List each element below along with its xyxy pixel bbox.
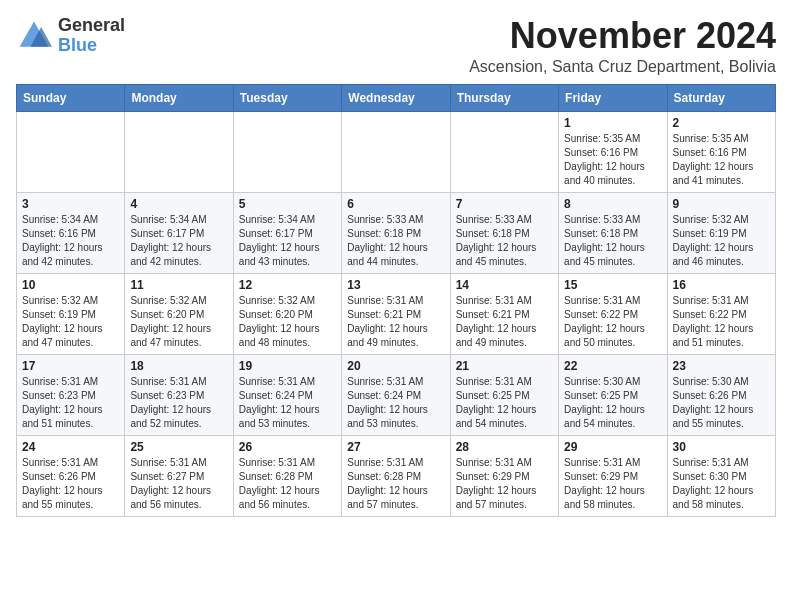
day-info: Sunrise: 5:31 AM Sunset: 6:28 PM Dayligh…	[239, 456, 336, 512]
logo-general: General	[58, 16, 125, 36]
day-cell: 13Sunrise: 5:31 AM Sunset: 6:21 PM Dayli…	[342, 273, 450, 354]
day-info: Sunrise: 5:31 AM Sunset: 6:26 PM Dayligh…	[22, 456, 119, 512]
day-number: 15	[564, 278, 661, 292]
day-info: Sunrise: 5:31 AM Sunset: 6:27 PM Dayligh…	[130, 456, 227, 512]
day-number: 11	[130, 278, 227, 292]
day-number: 2	[673, 116, 770, 130]
day-cell: 11Sunrise: 5:32 AM Sunset: 6:20 PM Dayli…	[125, 273, 233, 354]
day-number: 12	[239, 278, 336, 292]
day-info: Sunrise: 5:32 AM Sunset: 6:20 PM Dayligh…	[130, 294, 227, 350]
day-number: 29	[564, 440, 661, 454]
day-number: 19	[239, 359, 336, 373]
weekday-header-sunday: Sunday	[17, 84, 125, 111]
day-info: Sunrise: 5:30 AM Sunset: 6:26 PM Dayligh…	[673, 375, 770, 431]
day-info: Sunrise: 5:31 AM Sunset: 6:22 PM Dayligh…	[564, 294, 661, 350]
day-cell: 3Sunrise: 5:34 AM Sunset: 6:16 PM Daylig…	[17, 192, 125, 273]
weekday-header-row: SundayMondayTuesdayWednesdayThursdayFrid…	[17, 84, 776, 111]
day-cell: 5Sunrise: 5:34 AM Sunset: 6:17 PM Daylig…	[233, 192, 341, 273]
day-cell: 20Sunrise: 5:31 AM Sunset: 6:24 PM Dayli…	[342, 354, 450, 435]
week-row-3: 10Sunrise: 5:32 AM Sunset: 6:19 PM Dayli…	[17, 273, 776, 354]
day-info: Sunrise: 5:31 AM Sunset: 6:23 PM Dayligh…	[22, 375, 119, 431]
day-number: 7	[456, 197, 553, 211]
day-info: Sunrise: 5:34 AM Sunset: 6:17 PM Dayligh…	[239, 213, 336, 269]
day-number: 13	[347, 278, 444, 292]
day-info: Sunrise: 5:33 AM Sunset: 6:18 PM Dayligh…	[564, 213, 661, 269]
day-cell: 17Sunrise: 5:31 AM Sunset: 6:23 PM Dayli…	[17, 354, 125, 435]
day-cell: 7Sunrise: 5:33 AM Sunset: 6:18 PM Daylig…	[450, 192, 558, 273]
day-number: 25	[130, 440, 227, 454]
day-cell	[450, 111, 558, 192]
day-info: Sunrise: 5:31 AM Sunset: 6:23 PM Dayligh…	[130, 375, 227, 431]
day-info: Sunrise: 5:31 AM Sunset: 6:21 PM Dayligh…	[456, 294, 553, 350]
day-info: Sunrise: 5:34 AM Sunset: 6:17 PM Dayligh…	[130, 213, 227, 269]
day-number: 27	[347, 440, 444, 454]
day-cell: 12Sunrise: 5:32 AM Sunset: 6:20 PM Dayli…	[233, 273, 341, 354]
day-number: 1	[564, 116, 661, 130]
calendar-table: SundayMondayTuesdayWednesdayThursdayFrid…	[16, 84, 776, 517]
day-cell: 24Sunrise: 5:31 AM Sunset: 6:26 PM Dayli…	[17, 435, 125, 516]
day-cell: 28Sunrise: 5:31 AM Sunset: 6:29 PM Dayli…	[450, 435, 558, 516]
weekday-header-tuesday: Tuesday	[233, 84, 341, 111]
day-cell: 29Sunrise: 5:31 AM Sunset: 6:29 PM Dayli…	[559, 435, 667, 516]
day-cell: 10Sunrise: 5:32 AM Sunset: 6:19 PM Dayli…	[17, 273, 125, 354]
day-number: 10	[22, 278, 119, 292]
day-number: 18	[130, 359, 227, 373]
day-cell: 16Sunrise: 5:31 AM Sunset: 6:22 PM Dayli…	[667, 273, 775, 354]
page-header: General Blue November 2024 Ascension, Sa…	[16, 16, 776, 76]
day-info: Sunrise: 5:35 AM Sunset: 6:16 PM Dayligh…	[564, 132, 661, 188]
day-info: Sunrise: 5:31 AM Sunset: 6:28 PM Dayligh…	[347, 456, 444, 512]
day-info: Sunrise: 5:31 AM Sunset: 6:22 PM Dayligh…	[673, 294, 770, 350]
day-number: 6	[347, 197, 444, 211]
day-cell: 21Sunrise: 5:31 AM Sunset: 6:25 PM Dayli…	[450, 354, 558, 435]
day-number: 20	[347, 359, 444, 373]
day-cell: 4Sunrise: 5:34 AM Sunset: 6:17 PM Daylig…	[125, 192, 233, 273]
week-row-4: 17Sunrise: 5:31 AM Sunset: 6:23 PM Dayli…	[17, 354, 776, 435]
day-info: Sunrise: 5:32 AM Sunset: 6:20 PM Dayligh…	[239, 294, 336, 350]
day-info: Sunrise: 5:32 AM Sunset: 6:19 PM Dayligh…	[673, 213, 770, 269]
weekday-header-friday: Friday	[559, 84, 667, 111]
location-title: Ascension, Santa Cruz Department, Bolivi…	[469, 58, 776, 76]
day-cell: 18Sunrise: 5:31 AM Sunset: 6:23 PM Dayli…	[125, 354, 233, 435]
day-info: Sunrise: 5:31 AM Sunset: 6:30 PM Dayligh…	[673, 456, 770, 512]
day-number: 21	[456, 359, 553, 373]
day-info: Sunrise: 5:33 AM Sunset: 6:18 PM Dayligh…	[456, 213, 553, 269]
day-info: Sunrise: 5:31 AM Sunset: 6:21 PM Dayligh…	[347, 294, 444, 350]
day-cell	[233, 111, 341, 192]
day-cell: 27Sunrise: 5:31 AM Sunset: 6:28 PM Dayli…	[342, 435, 450, 516]
day-info: Sunrise: 5:33 AM Sunset: 6:18 PM Dayligh…	[347, 213, 444, 269]
day-number: 3	[22, 197, 119, 211]
day-cell: 30Sunrise: 5:31 AM Sunset: 6:30 PM Dayli…	[667, 435, 775, 516]
logo: General Blue	[16, 16, 125, 56]
day-cell: 23Sunrise: 5:30 AM Sunset: 6:26 PM Dayli…	[667, 354, 775, 435]
day-cell: 19Sunrise: 5:31 AM Sunset: 6:24 PM Dayli…	[233, 354, 341, 435]
day-cell: 6Sunrise: 5:33 AM Sunset: 6:18 PM Daylig…	[342, 192, 450, 273]
day-number: 28	[456, 440, 553, 454]
day-number: 22	[564, 359, 661, 373]
day-info: Sunrise: 5:32 AM Sunset: 6:19 PM Dayligh…	[22, 294, 119, 350]
logo-icon	[16, 18, 52, 54]
week-row-2: 3Sunrise: 5:34 AM Sunset: 6:16 PM Daylig…	[17, 192, 776, 273]
day-cell	[342, 111, 450, 192]
day-info: Sunrise: 5:31 AM Sunset: 6:24 PM Dayligh…	[239, 375, 336, 431]
week-row-5: 24Sunrise: 5:31 AM Sunset: 6:26 PM Dayli…	[17, 435, 776, 516]
day-cell: 9Sunrise: 5:32 AM Sunset: 6:19 PM Daylig…	[667, 192, 775, 273]
day-info: Sunrise: 5:30 AM Sunset: 6:25 PM Dayligh…	[564, 375, 661, 431]
day-number: 8	[564, 197, 661, 211]
day-number: 5	[239, 197, 336, 211]
day-number: 30	[673, 440, 770, 454]
day-info: Sunrise: 5:31 AM Sunset: 6:24 PM Dayligh…	[347, 375, 444, 431]
day-info: Sunrise: 5:35 AM Sunset: 6:16 PM Dayligh…	[673, 132, 770, 188]
weekday-header-saturday: Saturday	[667, 84, 775, 111]
month-title: November 2024	[469, 16, 776, 56]
day-number: 9	[673, 197, 770, 211]
day-cell: 1Sunrise: 5:35 AM Sunset: 6:16 PM Daylig…	[559, 111, 667, 192]
day-cell: 15Sunrise: 5:31 AM Sunset: 6:22 PM Dayli…	[559, 273, 667, 354]
day-cell: 22Sunrise: 5:30 AM Sunset: 6:25 PM Dayli…	[559, 354, 667, 435]
weekday-header-thursday: Thursday	[450, 84, 558, 111]
day-info: Sunrise: 5:34 AM Sunset: 6:16 PM Dayligh…	[22, 213, 119, 269]
day-cell: 25Sunrise: 5:31 AM Sunset: 6:27 PM Dayli…	[125, 435, 233, 516]
day-number: 14	[456, 278, 553, 292]
day-cell	[17, 111, 125, 192]
day-info: Sunrise: 5:31 AM Sunset: 6:29 PM Dayligh…	[456, 456, 553, 512]
day-info: Sunrise: 5:31 AM Sunset: 6:29 PM Dayligh…	[564, 456, 661, 512]
